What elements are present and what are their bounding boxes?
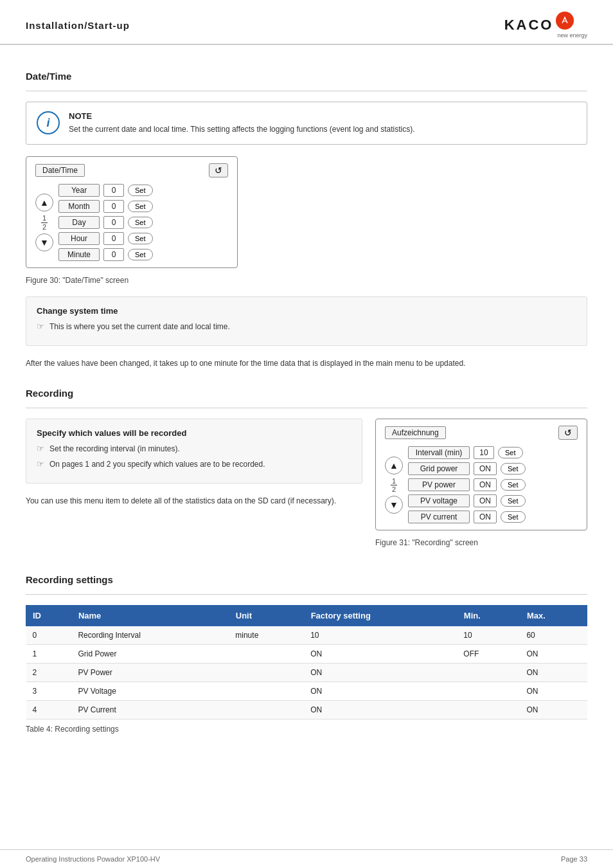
bullet-icon: ☞ (37, 321, 44, 331)
recording-bullet-1-text: Set the recording interval (in minutes). (49, 443, 180, 455)
datetime-divider (26, 91, 587, 91)
table-cell: PV Voltage (71, 682, 229, 701)
recording-pvpower-set[interactable]: Set (501, 479, 526, 491)
table-cell: PV Power (71, 664, 229, 682)
table-cell (457, 664, 520, 682)
recording-screen: Aufzeichnung ↺ ▲ 1 2 ▼ (375, 419, 587, 530)
table-cell (229, 682, 304, 701)
recording-field-grid: Grid power ON Set (408, 462, 578, 475)
table-cell: 2 (26, 664, 72, 682)
change-time-title: Change system time (37, 306, 576, 316)
datetime-screen-title: Date/Time (35, 164, 85, 177)
table-cell: Recording Interval (71, 626, 229, 645)
bullet-icon-1: ☞ (37, 444, 44, 453)
recording-field-interval: Intervall (min) 10 Set (408, 446, 578, 459)
table-row: 0Recording Intervalminute101060 (26, 626, 587, 645)
datetime-day-set[interactable]: Set (128, 217, 153, 228)
note-content: NOTE Set the current date and local time… (69, 111, 415, 135)
datetime-minute-value: 0 (103, 248, 124, 261)
recording-back-button[interactable]: ↺ (558, 426, 578, 440)
datetime-screen-header: Date/Time ↺ (35, 163, 228, 177)
recording-settings-divider (26, 594, 587, 595)
recording-figure-caption: Figure 31: "Recording" screen (375, 538, 587, 547)
col-header-min: Min. (457, 606, 520, 626)
datetime-nav-down[interactable]: ▼ (35, 233, 53, 251)
table-cell: ON (520, 682, 587, 701)
table-cell (229, 645, 304, 664)
recording-left: Specify which values will be recorded ☞ … (26, 419, 362, 507)
datetime-year-set[interactable]: Set (128, 185, 153, 196)
col-header-max: Max. (520, 606, 587, 626)
recording-nav-up[interactable]: ▲ (385, 457, 403, 475)
recording-device-body: ▲ 1 2 ▼ Intervall (min) 10 (385, 446, 578, 523)
change-time-bullet: ☞ This is where you set the current date… (37, 321, 576, 332)
recording-grid-set[interactable]: Set (501, 463, 526, 475)
note-title: NOTE (69, 111, 415, 121)
footer-right: Page 33 (561, 855, 587, 863)
recording-layout: Specify which values will be recorded ☞ … (26, 419, 587, 559)
table-cell (457, 682, 520, 701)
kaco-logo: KACO new energy (504, 12, 587, 39)
page-footer: Operating Instructions Powador XP100-HV … (0, 849, 613, 868)
table-cell: 3 (26, 682, 72, 701)
table-cell: 1 (26, 645, 72, 664)
header-title: Installation/Start-up (26, 20, 130, 31)
table-cell: ON (304, 701, 457, 719)
table-row: 4PV CurrentONON (26, 701, 587, 719)
datetime-day-label: Day (58, 216, 100, 229)
datetime-minute-label: Minute (58, 248, 100, 261)
table-caption: Table 4: Recording settings (26, 725, 587, 734)
note-box: i NOTE Set the current date and local ti… (26, 102, 587, 145)
table-cell (457, 701, 520, 719)
table-cell: ON (520, 664, 587, 682)
datetime-field-month: Month 0 Set (58, 200, 228, 213)
datetime-nav-col: ▲ 1 2 ▼ (35, 194, 53, 251)
col-header-unit: Unit (229, 606, 304, 626)
table-cell: OFF (457, 645, 520, 664)
table-cell: 0 (26, 626, 72, 645)
recording-bullet-2-text: On pages 1 and 2 you specify which value… (49, 458, 265, 470)
datetime-month-set[interactable]: Set (128, 201, 153, 212)
datetime-hour-set[interactable]: Set (128, 233, 153, 244)
datetime-section-title: Date/Time (26, 71, 587, 82)
table-row: 3PV VoltageONON (26, 682, 587, 701)
recording-field-pvpower: PV power ON Set (408, 478, 578, 491)
table-cell: 10 (457, 626, 520, 645)
datetime-nav-fraction: 1 2 (41, 214, 48, 230)
recording-screen-title: Aufzeichnung (385, 426, 446, 439)
table-cell: ON (304, 645, 457, 664)
col-header-id: ID (26, 606, 72, 626)
recording-nav-col: ▲ 1 2 ▼ (385, 457, 403, 514)
recording-section-title: Recording (26, 388, 587, 399)
recording-divider (26, 408, 587, 408)
col-header-name: Name (71, 606, 229, 626)
footer-left: Operating Instructions Powador XP100-HV (26, 855, 160, 863)
datetime-back-button[interactable]: ↺ (209, 163, 228, 177)
recording-field-pvvoltage: PV voltage ON Set (408, 494, 578, 507)
recording-pvcurrent-value: ON (474, 511, 497, 523)
table-cell: minute (229, 626, 304, 645)
recording-pvvoltage-value: ON (474, 494, 497, 507)
datetime-device-body: ▲ 1 2 ▼ Year 0 Set Month (35, 184, 228, 261)
datetime-nav-up[interactable]: ▲ (35, 194, 53, 212)
recording-nav-down[interactable]: ▼ (385, 496, 403, 514)
table-cell: 60 (520, 626, 587, 645)
recording-nav-mid: 1 2 (391, 477, 397, 493)
recording-interval-label: Intervall (min) (408, 446, 470, 459)
page-content: Date/Time i NOTE Set the current date an… (0, 45, 613, 764)
datetime-hour-value: 0 (103, 232, 124, 245)
table-cell: ON (304, 682, 457, 701)
datetime-field-day: Day 0 Set (58, 216, 228, 229)
table-cell: ON (304, 664, 457, 682)
recording-specify-section: Specify which values will be recorded ☞ … (26, 419, 362, 484)
recording-pvcurrent-set[interactable]: Set (501, 511, 526, 523)
datetime-field-year: Year 0 Set (58, 184, 228, 197)
recording-interval-set[interactable]: Set (498, 447, 523, 458)
datetime-minute-set[interactable]: Set (128, 249, 153, 260)
table-cell (229, 701, 304, 719)
kaco-sub: new energy (557, 32, 587, 39)
datetime-figure-caption: Figure 30: "Date/Time" screen (26, 276, 587, 285)
recording-pvvoltage-label: PV voltage (408, 494, 470, 507)
recording-pvvoltage-set[interactable]: Set (501, 495, 526, 507)
col-header-factory: Factory setting (304, 606, 457, 626)
